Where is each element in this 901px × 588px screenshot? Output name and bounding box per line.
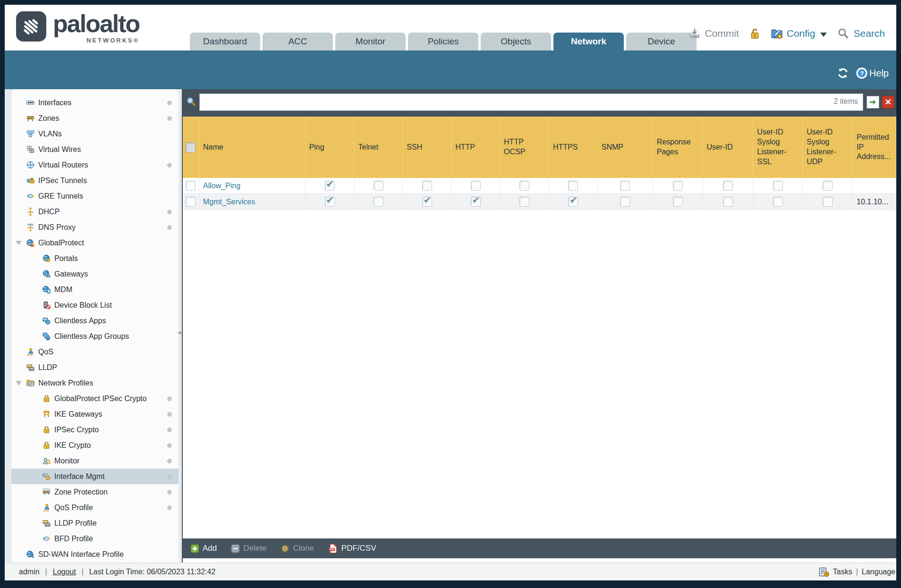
sidebar-item-ipsec-tunnels[interactable]: IPSec Tunnels — [11, 173, 178, 188]
sidebar-item-qos-profile[interactable]: QoSQoS Profile — [11, 500, 178, 515]
tab-policies[interactable]: Policies — [408, 33, 478, 50]
service-checkbox-checked[interactable] — [325, 181, 335, 191]
service-checkbox-checked[interactable] — [422, 197, 432, 207]
column-header-https[interactable]: HTTPS — [549, 117, 598, 178]
service-checkbox[interactable] — [519, 181, 529, 191]
sidebar-item-device-block-list[interactable]: Device Block List — [11, 297, 178, 313]
apply-filter-button[interactable] — [867, 96, 879, 109]
tab-dashboard[interactable]: Dashboard — [190, 33, 260, 50]
sidebar-item-zone-protection[interactable]: Zone Protection — [11, 484, 178, 500]
service-checkbox[interactable] — [422, 181, 432, 191]
sidebar-item-ike-gateways[interactable]: IKE Gateways — [11, 406, 178, 422]
delete-button[interactable]: Delete — [231, 544, 266, 553]
sidebar-item-sd-wan-interface-profile[interactable]: SD-WAN Interface Profile — [11, 546, 178, 562]
row-checkbox[interactable] — [186, 197, 196, 207]
select-all-checkbox[interactable] — [183, 117, 199, 178]
service-checkbox-checked[interactable] — [568, 197, 578, 207]
tab-objects[interactable]: Objects — [481, 33, 551, 50]
sidebar-item-bfd-profile[interactable]: BFD Profile — [11, 531, 178, 546]
sidebar-item-clientless-app-groups[interactable]: Clientless App Groups — [11, 328, 178, 344]
service-checkbox[interactable] — [823, 181, 833, 191]
sidebar-item-lldp[interactable]: LLDP — [11, 360, 178, 375]
sidebar-item-interfaces[interactable]: Interfaces — [11, 95, 178, 110]
pdf-csv-button[interactable]: PDF PDF/CSV — [328, 544, 376, 554]
config-menu-button[interactable]: Config — [787, 28, 816, 39]
column-header-name[interactable]: Name — [199, 117, 306, 178]
service-checkbox[interactable] — [519, 197, 529, 207]
service-checkbox[interactable] — [673, 197, 683, 207]
sidebar-item-virtual-wires[interactable]: Virtual Wires — [11, 142, 178, 157]
sidebar-item-gre-tunnels[interactable]: GRE Tunnels — [11, 188, 178, 204]
service-checkbox-checked[interactable] — [471, 197, 481, 207]
row-checkbox[interactable] — [186, 181, 196, 191]
sidebar-item-dhcp[interactable]: IPDHCP — [11, 204, 178, 219]
column-header-user-id-syslog-listener-udp[interactable]: User-ID Syslog Listener-UDP — [803, 117, 853, 178]
service-checkbox[interactable] — [673, 181, 683, 191]
sidebar-item-globalprotect-ipsec-crypto[interactable]: GlobalProtect IPSec Crypto — [11, 391, 178, 406]
service-checkbox[interactable] — [723, 197, 733, 207]
service-checkbox[interactable] — [568, 181, 578, 191]
service-checkbox-checked[interactable] — [325, 197, 335, 207]
column-header-ping[interactable]: Ping — [306, 117, 355, 178]
column-header-http[interactable]: HTTP — [451, 117, 500, 178]
help-link[interactable]: Help — [869, 68, 889, 79]
column-header-user-id-syslog-listener-ssl[interactable]: User-ID Syslog Listener-SSL — [753, 117, 803, 178]
top-actions: Commit Config Search — [689, 28, 885, 39]
column-header-http-ocsp[interactable]: HTTP OCSP — [500, 117, 549, 178]
sidebar-item-zones[interactable]: Zones — [11, 110, 178, 126]
expand-triangle-icon[interactable] — [16, 380, 22, 386]
service-checkbox[interactable] — [723, 181, 733, 191]
service-checkbox[interactable] — [823, 197, 833, 207]
column-header-ssh[interactable]: SSH — [403, 117, 451, 178]
expand-triangle-icon[interactable] — [16, 240, 22, 246]
tab-acc[interactable]: ACC — [263, 33, 333, 50]
sidebar-item-vlans[interactable]: VLANs — [11, 126, 178, 142]
sidebar-item-virtual-routers[interactable]: Virtual Routers — [11, 157, 178, 173]
lock-icon[interactable] — [749, 28, 760, 39]
tab-device[interactable]: Device — [626, 33, 697, 50]
sidebar-item-clientless-apps[interactable]: Clientless Apps — [11, 313, 178, 328]
tasks-button[interactable]: Tasks — [833, 568, 852, 576]
profile-name-link[interactable]: Allow_Ping — [203, 182, 240, 190]
sidebar-item-gateways[interactable]: Gateways — [11, 266, 178, 282]
sidebar-item-ipsec-crypto[interactable]: IPSec Crypto — [11, 422, 178, 437]
column-header-permitted-ip-address[interactable]: Permitted IP Address... — [853, 117, 896, 178]
sidebar-item-label: Gateways — [54, 270, 88, 278]
sidebar-item-portals[interactable]: Portals — [11, 251, 178, 266]
sidebar-item-network-profiles[interactable]: Network Profiles — [11, 375, 178, 391]
sidebar-item-monitor[interactable]: Monitor — [11, 453, 178, 469]
sidebar-item-dns-proxy[interactable]: DNSDNS Proxy — [11, 219, 178, 235]
commit-button[interactable]: Commit — [705, 28, 739, 39]
clone-button[interactable]: Clone — [280, 544, 314, 553]
global-search-button[interactable]: Search — [853, 28, 885, 39]
column-header-snmp[interactable]: SNMP — [598, 117, 653, 178]
refresh-icon[interactable] — [837, 67, 849, 79]
service-checkbox[interactable] — [773, 181, 783, 191]
filter-input[interactable] — [200, 94, 863, 110]
logout-link[interactable]: Logout — [53, 568, 76, 576]
tab-monitor[interactable]: Monitor — [335, 33, 406, 50]
profile-name-link[interactable]: Mgmt_Services — [203, 198, 255, 206]
column-header-response-pages[interactable]: Response Pages — [653, 117, 703, 178]
add-button[interactable]: Add — [190, 544, 217, 553]
chevron-down-icon[interactable] — [820, 33, 827, 37]
sidebar-item-ike-crypto[interactable]: IKE Crypto — [11, 437, 178, 453]
service-checkbox[interactable] — [471, 181, 481, 191]
column-header-user-id[interactable]: User-ID — [703, 117, 753, 178]
sidebar-item-globalprotect[interactable]: GlobalProtect — [11, 235, 178, 251]
globalprotect-icon — [26, 239, 34, 247]
service-checkbox[interactable] — [620, 181, 630, 191]
sidebar-collapse-icon[interactable]: ◂ — [178, 328, 181, 336]
sidebar-item-lldp-profile[interactable]: LLDP Profile — [11, 515, 178, 531]
sidebar-item-mdm[interactable]: MDM — [11, 282, 178, 297]
service-checkbox[interactable] — [620, 197, 630, 207]
column-header-telnet[interactable]: Telnet — [354, 117, 403, 178]
language-button[interactable]: Language — [862, 568, 895, 576]
service-checkbox[interactable] — [374, 181, 383, 191]
clear-filter-button[interactable]: ✕ — [882, 96, 894, 109]
tab-network[interactable]: Network — [553, 33, 624, 50]
service-checkbox[interactable] — [773, 197, 783, 207]
service-checkbox[interactable] — [374, 197, 383, 207]
sidebar-item-interface-mgmt[interactable]: Interface Mgmt — [11, 469, 178, 484]
sidebar-item-qos[interactable]: QoSQoS — [11, 344, 178, 360]
